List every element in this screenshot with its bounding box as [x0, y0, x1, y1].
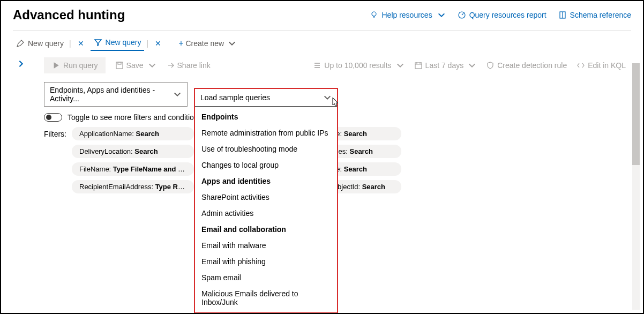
dropdown-item[interactable]: Use of troubleshooting mode — [195, 141, 337, 157]
edit-kql-button[interactable]: Edit in KQL — [576, 61, 626, 70]
vertical-scrollbar[interactable] — [632, 63, 640, 310]
results-label: Up to 10,000 results — [324, 61, 391, 70]
dropdown-item[interactable]: SharePoint activities — [195, 189, 337, 205]
help-resources-label: Help resources — [381, 11, 432, 19]
page-title: Advanced hunting — [13, 8, 125, 23]
chevron-down-icon — [148, 61, 156, 70]
edit-kql-label: Edit in KQL — [588, 61, 626, 70]
schema-reference-button[interactable]: Schema reference — [558, 11, 631, 19]
filter-pill[interactable]: DeliveryLocation: Search — [72, 145, 194, 158]
chevron-right-icon — [17, 59, 25, 68]
dropdown-item[interactable]: Malicious Emails delivered to Inbox/Junk — [195, 286, 337, 310]
lightbulb-icon — [370, 11, 378, 19]
collapse-panel-button[interactable] — [13, 53, 29, 193]
tab-new-query-2[interactable]: New query — [91, 36, 145, 51]
tab-new-query-1[interactable]: New query — [13, 37, 67, 50]
scope-select[interactable]: Endpoints, Apps and identities - Activit… — [44, 82, 188, 107]
chevron-down-icon — [468, 61, 476, 70]
tab-close-2[interactable]: ✕ — [151, 39, 166, 48]
svg-point-0 — [372, 12, 376, 16]
dropdown-section-title: Apps and identities — [195, 173, 337, 189]
svg-rect-4 — [118, 62, 121, 64]
sample-queries-label: Load sample queries — [200, 93, 270, 102]
tab-close-1[interactable]: ✕ — [73, 39, 88, 48]
cursor-pointer-icon — [331, 96, 341, 110]
pencil-icon — [16, 39, 25, 48]
save-button[interactable]: Save — [115, 61, 156, 70]
play-icon — [51, 61, 60, 70]
create-new-label: Create new — [185, 39, 224, 48]
tab-separator: | — [146, 39, 148, 48]
chevron-down-icon — [396, 61, 405, 70]
chevron-down-icon — [228, 39, 236, 48]
sample-queries-header[interactable]: Load sample queries — [195, 89, 337, 107]
toggle-label: Toggle to see more filters and condition… — [68, 113, 202, 122]
share-label: Share link — [177, 61, 211, 70]
dropdown-item[interactable]: Remote administration from public IPs — [195, 125, 337, 141]
tab-separator: | — [69, 39, 71, 48]
filter-pill[interactable]: ApplicationName: Search — [72, 127, 194, 140]
dropdown-section-title: Endpoints — [195, 109, 337, 125]
date-range-label: Last 7 days — [425, 61, 464, 70]
code-icon — [576, 61, 585, 70]
create-detection-rule-button[interactable]: Create detection rule — [486, 61, 567, 70]
plus-icon: + — [178, 39, 183, 48]
run-label: Run query — [63, 61, 98, 70]
sample-queries-dropdown[interactable]: Load sample queries EndpointsRemote admi… — [194, 88, 338, 313]
svg-rect-3 — [116, 62, 123, 69]
schema-reference-label: Schema reference — [570, 11, 631, 19]
more-filters-toggle[interactable] — [44, 113, 62, 122]
book-icon — [558, 11, 567, 19]
tab-label: New query — [28, 39, 64, 48]
dropdown-item[interactable]: Changes to local group — [195, 157, 337, 173]
date-range-dropdown[interactable]: Last 7 days — [414, 61, 477, 70]
svg-rect-5 — [415, 63, 422, 69]
share-link-button[interactable]: Share link — [166, 61, 211, 70]
help-resources-button[interactable]: Help resources — [370, 11, 445, 19]
dropdown-section-title: Email and collaboration — [195, 221, 337, 237]
dropdown-item[interactable]: Admin activities — [195, 205, 337, 221]
share-icon — [166, 61, 175, 70]
run-query-button[interactable]: Run query — [44, 57, 106, 73]
filters-label: Filters: — [44, 127, 72, 193]
dropdown-item[interactable]: Spam email — [195, 270, 337, 286]
chevron-down-icon — [437, 11, 446, 19]
meter-icon — [458, 11, 466, 19]
chevron-down-icon — [323, 93, 332, 102]
create-new-button[interactable]: + Create new — [168, 39, 236, 48]
chevron-down-icon — [173, 90, 182, 99]
list-icon — [313, 61, 321, 70]
dropdown-item[interactable]: Email with malware — [195, 237, 337, 253]
results-limit-dropdown[interactable]: Up to 10,000 results — [313, 61, 404, 70]
query-resources-label: Query resources report — [469, 11, 546, 19]
tab-label-active: New query — [106, 38, 141, 47]
scope-value: Endpoints, Apps and identities - Activit… — [50, 86, 171, 103]
calendar-icon — [414, 61, 423, 70]
dropdown-item[interactable]: Email with phishing — [195, 253, 337, 270]
filter-icon — [94, 38, 102, 47]
detection-label: Create detection rule — [497, 61, 567, 70]
shield-icon — [486, 61, 495, 70]
query-resources-report-button[interactable]: Query resources report — [458, 11, 546, 19]
scrollbar-thumb[interactable] — [632, 63, 640, 165]
filter-pill[interactable]: RecipientEmailAddress: Type Rec... — [72, 180, 194, 193]
save-label: Save — [126, 61, 144, 70]
filter-pill[interactable]: FileName: Type FileName and pr... — [72, 162, 194, 176]
save-icon — [115, 61, 124, 70]
